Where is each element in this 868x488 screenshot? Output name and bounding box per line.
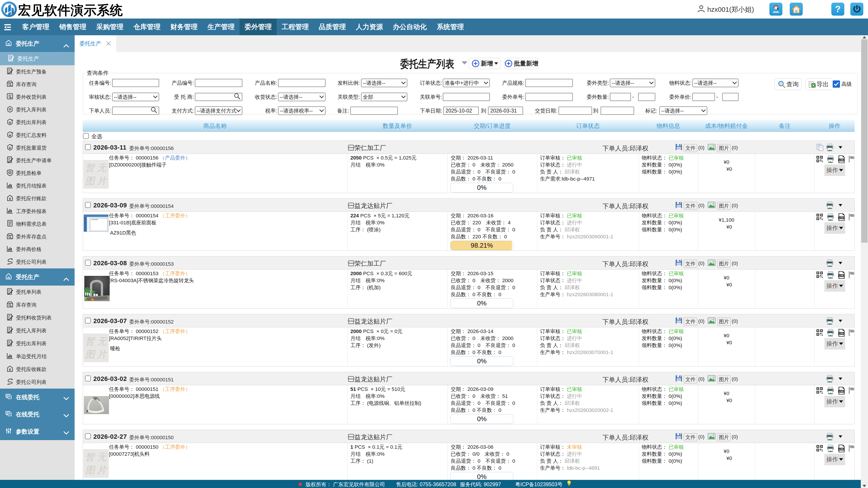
svg-text:LOG: LOG — [839, 159, 844, 161]
svg-text:LOG: LOG — [839, 332, 844, 335]
svg-text:LOG: LOG — [839, 217, 844, 219]
svg-text:LOG: LOG — [839, 390, 844, 393]
svg-text:LOG: LOG — [839, 448, 844, 451]
svg-text:检: 检 — [9, 171, 11, 174]
svg-text:LOG: LOG — [839, 274, 844, 277]
